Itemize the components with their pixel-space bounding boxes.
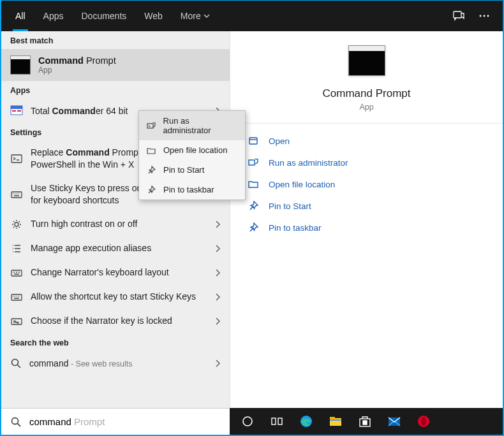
more-options-icon[interactable]	[477, 9, 491, 23]
ctx-label: Open file location	[163, 145, 227, 155]
action-label: Open file location	[269, 180, 335, 189]
search-icon	[10, 358, 22, 369]
svg-point-3	[487, 15, 489, 17]
svg-rect-0	[454, 11, 461, 18]
tab-apps[interactable]: Apps	[34, 1, 73, 31]
chevron-right-icon[interactable]	[214, 359, 221, 368]
svg-rect-29	[366, 421, 367, 423]
folder-icon	[248, 179, 260, 189]
svg-rect-8	[11, 155, 22, 163]
chevron-right-icon[interactable]	[214, 293, 221, 302]
tab-web[interactable]: Web	[135, 1, 172, 31]
list-icon	[10, 242, 23, 255]
setting-label: Choose if the Narrator key is locked	[31, 315, 207, 327]
pin-icon	[147, 185, 157, 194]
action-pin-to-taskbar[interactable]: Pin to taskbar	[230, 217, 503, 238]
action-label: Pin to Start	[269, 201, 311, 211]
action-label: Pin to taskbar	[269, 223, 322, 233]
chevron-right-icon[interactable]	[214, 220, 221, 229]
lock-key-icon	[10, 315, 23, 328]
svg-rect-18	[249, 160, 255, 165]
svg-rect-7	[17, 110, 21, 112]
svg-rect-26	[330, 419, 341, 421]
pin-icon	[248, 222, 260, 233]
setting-high-contrast[interactable]: Turn high contrast on or off	[1, 212, 230, 236]
setting-narrator-keyboard[interactable]: Change Narrator's keyboard layout	[1, 261, 230, 285]
ctx-pin-to-taskbar[interactable]: Pin to taskbar	[139, 180, 245, 200]
keyboard-icon	[10, 188, 23, 201]
ctx-pin-to-start[interactable]: Pin to Start	[139, 160, 245, 180]
pin-icon	[248, 201, 260, 211]
action-pin-to-start[interactable]: Pin to Start	[230, 195, 503, 217]
ctx-label: Pin to taskbar	[163, 185, 214, 194]
chevron-right-icon[interactable]	[214, 317, 221, 326]
best-match-title: Command Prompt	[38, 55, 116, 66]
svg-point-2	[484, 15, 485, 17]
svg-rect-13	[11, 319, 22, 324]
taskbar-opera-icon[interactable]	[411, 408, 436, 435]
setting-app-aliases[interactable]: Manage app execution aliases	[1, 236, 230, 261]
tab-more-label: More	[181, 11, 201, 21]
tab-more[interactable]: More	[172, 1, 219, 31]
taskbar-store-icon[interactable]	[352, 408, 378, 435]
setting-sticky-shortcut[interactable]: Allow the shortcut key to start Sticky K…	[1, 285, 230, 309]
app-icon	[10, 105, 23, 117]
tab-all[interactable]: All	[6, 1, 34, 31]
svg-point-10	[15, 222, 19, 226]
preview-pane: Command Prompt App Open Run as administr…	[230, 31, 503, 408]
svg-rect-12	[11, 294, 22, 300]
taskbar-taskview-icon[interactable]	[264, 408, 290, 435]
setting-label: Allow the shortcut key to start Sticky K…	[31, 291, 207, 303]
context-menu: Run as administrator Open file location …	[138, 110, 246, 200]
action-run-as-admin[interactable]: Run as administrator	[230, 152, 503, 173]
pin-icon	[147, 166, 157, 175]
web-result[interactable]: command - See web results	[1, 351, 230, 375]
best-match-result[interactable]: Command Prompt App	[1, 49, 230, 81]
svg-rect-17	[249, 138, 257, 144]
open-icon	[248, 136, 260, 146]
svg-rect-11	[11, 270, 22, 276]
setting-narrator-key-locked[interactable]: Choose if the Narrator key is locked	[1, 309, 230, 333]
ctx-open-file-location[interactable]: Open file location	[139, 140, 245, 160]
feedback-icon[interactable]	[452, 9, 466, 23]
keyboard-icon	[10, 291, 23, 303]
chevron-right-icon[interactable]	[214, 268, 221, 277]
search-box[interactable]: command Prompt	[1, 408, 230, 435]
cmd-prompt-icon	[10, 55, 31, 75]
brightness-icon	[10, 218, 23, 231]
svg-rect-9	[11, 192, 22, 198]
ctx-label: Pin to Start	[163, 165, 204, 175]
web-query: command - See web results	[29, 358, 133, 368]
preview-app-icon	[348, 45, 385, 76]
svg-point-1	[480, 15, 482, 17]
svg-rect-31	[366, 423, 367, 425]
ctx-run-as-admin[interactable]: Run as administrator	[139, 111, 245, 140]
chevron-right-icon[interactable]	[214, 244, 221, 253]
svg-point-14	[14, 321, 16, 323]
section-best-match: Best match	[1, 31, 230, 49]
settings-terminal-icon	[10, 152, 23, 165]
preview-subtitle: App	[359, 103, 373, 112]
taskbar-mail-icon[interactable]	[382, 408, 407, 435]
taskbar	[230, 408, 503, 435]
keyboard-layout-icon	[10, 266, 23, 279]
action-open-file-location[interactable]: Open file location	[230, 173, 503, 195]
svg-point-15	[12, 359, 19, 365]
shield-admin-icon	[147, 121, 157, 130]
folder-icon	[147, 146, 157, 155]
taskbar-explorer-icon[interactable]	[323, 408, 348, 435]
action-open[interactable]: Open	[230, 130, 503, 152]
chevron-down-icon	[204, 13, 210, 19]
svg-rect-25	[330, 417, 335, 419]
svg-rect-16	[147, 124, 153, 128]
taskbar-cortana-icon[interactable]	[235, 408, 260, 435]
search-input[interactable]	[29, 416, 221, 427]
action-label: Open	[269, 136, 290, 146]
svg-point-19	[12, 418, 19, 424]
setting-label: Manage app execution aliases	[31, 242, 207, 254]
taskbar-edge-icon[interactable]	[293, 408, 319, 435]
svg-rect-30	[363, 423, 365, 425]
section-apps: Apps	[1, 81, 230, 99]
svg-rect-21	[272, 418, 276, 425]
tab-documents[interactable]: Documents	[72, 1, 135, 31]
